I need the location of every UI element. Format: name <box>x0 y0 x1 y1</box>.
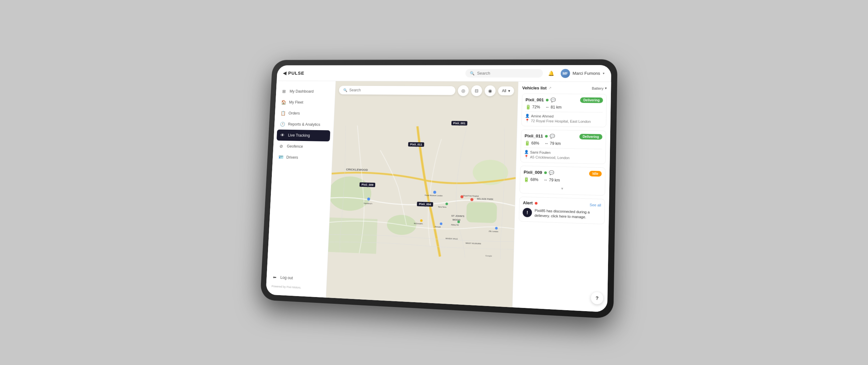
svg-text:ZSL London: ZSL London <box>489 230 498 232</box>
vehicle-pin-001[interactable]: Pixii_001 <box>451 120 467 125</box>
sidebar-item-label: Orders <box>288 111 300 115</box>
drivers-icon: 🪪 <box>278 155 283 160</box>
svg-text:CRICKLEWOOD: CRICKLEWOOD <box>346 168 368 171</box>
svg-text:Terra Terra: Terra Terra <box>438 205 446 208</box>
sidebar-item-reports[interactable]: 🕐 Reports & Analytics <box>274 118 334 130</box>
vehicle-card-header: Pixii_009 💬 Idle <box>524 169 601 176</box>
sidebar-item-live-tracking[interactable]: 👁 Live Tracking <box>276 130 330 141</box>
battery-stat: 🔋 68% <box>524 140 539 146</box>
vehicle-pin-009[interactable]: Pixii_009 <box>360 182 375 187</box>
menu-icon: ⊟ <box>474 88 478 93</box>
location-pin-icon: 📍 <box>524 155 529 159</box>
logout-icon: ⬅ <box>272 274 278 280</box>
alert-dot <box>534 202 537 204</box>
alert-message: Pixii85 has disconnected during a deliev… <box>534 208 601 220</box>
svg-text:McDonald's: McDonald's <box>414 222 423 225</box>
svg-text:ST JOHN'S: ST JOHN'S <box>451 214 464 218</box>
expand-card-button[interactable]: ▾ <box>523 184 601 192</box>
chat-icon[interactable]: 💬 <box>550 97 556 102</box>
main-content: ⊞ My Dashboard 🏠 My Fleet 📋 Orders 🕐 Rep… <box>266 81 611 312</box>
driver-name-icon: 👤 <box>524 150 529 154</box>
chevron-down-icon: ▾ <box>561 186 563 191</box>
map-search-bar[interactable]: 🔍 <box>339 86 455 95</box>
battery-value: 68% <box>530 177 538 182</box>
fleet-icon: 🏠 <box>280 100 286 105</box>
vehicle-card-header: Pixii_001 💬 Delivering <box>525 97 603 103</box>
layers-icon: ◎ <box>461 88 465 93</box>
driver-location-text: A5 Cricklewood, London <box>530 155 569 160</box>
distance-icon: ↔ <box>544 141 549 145</box>
logout-label: Log out <box>280 275 293 280</box>
dashboard-icon: ⊞ <box>281 89 286 93</box>
search-icon: 🔍 <box>469 71 474 75</box>
status-badge: Delivering <box>579 134 602 139</box>
chevron-down-icon: ▾ <box>605 86 607 90</box>
sidebar-item-dashboard[interactable]: ⊞ My Dashboard <box>276 86 335 97</box>
vehicle-pin-004[interactable]: Pixii_004 <box>417 202 433 207</box>
vehicle-name: Pixii_011 <box>524 133 543 138</box>
avatar: MF <box>560 68 570 78</box>
vehicle-pin-011[interactable]: Pixii_011 <box>408 142 424 147</box>
right-panel: Vehicles list ↗ Battery ▾ Pixii_001 <box>512 81 611 312</box>
pin-label: Pixii_004 <box>419 202 431 206</box>
map-layers-button[interactable]: ◎ <box>458 85 469 96</box>
alert-title: Alert <box>523 200 532 205</box>
sidebar-item-label: Drivers <box>286 155 298 160</box>
map-search-input[interactable] <box>349 88 451 93</box>
chat-icon[interactable]: 💬 <box>549 170 554 175</box>
driver-location-row: 📍 72 Royal Free Hospital, East London <box>525 118 602 123</box>
distance-value: 81 km <box>550 105 561 109</box>
filter-label: All <box>502 88 506 93</box>
app-logo-text: PULSE <box>288 70 304 75</box>
battery-stat: 🔋 68% <box>523 176 538 182</box>
alert-item: ! Pixii85 has disconnected during a deli… <box>522 208 601 220</box>
sidebar-item-label: My Fleet <box>289 100 303 105</box>
driver-name-text: Amine Ahmed <box>531 114 554 118</box>
sidebar-item-geofence[interactable]: ⊘ Geofence <box>273 140 333 152</box>
distance-value: 79 km <box>549 177 560 182</box>
distance-stat: ↔ 79 km <box>544 141 561 146</box>
vehicle-stats: 🔋 72% ↔ 81 km <box>525 104 602 110</box>
vehicle-card-v3: Pixii_009 💬 Idle 🔋 68% ↔ 79 <box>519 165 606 195</box>
global-search-input[interactable] <box>477 71 538 76</box>
orders-icon: 📋 <box>280 111 286 115</box>
battery-filter-dropdown[interactable]: Battery ▾ <box>592 86 607 90</box>
map-menu-button[interactable]: ⊟ <box>471 85 482 96</box>
chat-icon[interactable]: 💬 <box>550 134 555 138</box>
vehicle-name: Pixii_009 <box>524 170 542 175</box>
battery-icon: 🔋 <box>524 140 530 145</box>
map-search-icon: 🔍 <box>343 88 347 92</box>
alert-header: Alert See all <box>523 200 601 207</box>
vehicles-list-header: Vehicles list ↗ Battery ▾ <box>522 85 607 90</box>
driver-location-text: 72 Royal Free Hospital, East London <box>530 118 590 123</box>
distance-icon: ↔ <box>543 177 548 182</box>
distance-icon: ↔ <box>545 105 550 109</box>
export-icon[interactable]: ↗ <box>549 86 552 90</box>
vehicle-card-v2: Pixii_011 💬 Delivering 🔋 68% ↔ <box>520 129 606 164</box>
alert-section: Alert See all ! Pixii85 has disconnected… <box>519 196 605 224</box>
svg-rect-5 <box>328 217 377 254</box>
sidebar-item-orders[interactable]: 📋 Orders <box>275 107 334 119</box>
svg-text:MAIDA VALE: MAIDA VALE <box>445 237 458 240</box>
distance-stat: ↔ 79 km <box>543 177 560 182</box>
help-icon: ? <box>595 295 599 301</box>
sidebar-item-fleet[interactable]: 🏠 My Fleet <box>275 96 335 108</box>
vehicle-name-row: Pixii_001 💬 <box>525 97 556 102</box>
sidebar-item-drivers[interactable]: 🪪 Drivers <box>273 151 332 163</box>
live-tracking-icon: 👁 <box>280 132 285 138</box>
vehicle-driver: 👤 Amine Ahmed 📍 72 Royal Free Hospital, … <box>525 111 602 123</box>
battery-filter-label: Battery <box>592 86 603 90</box>
svg-text:Google: Google <box>485 254 492 257</box>
map-settings-button[interactable]: ◉ <box>484 85 495 96</box>
driver-name-icon: 👤 <box>525 113 530 118</box>
pin-label: Pixii_009 <box>361 183 373 187</box>
global-search-bar[interactable]: 🔍 <box>465 69 543 78</box>
map-filter-dropdown[interactable]: All ▾ <box>498 86 514 95</box>
driver-name-row: 👤 Sami Foulen <box>524 150 602 156</box>
notification-bell-icon[interactable]: 🔔 <box>547 68 556 78</box>
see-all-link[interactable]: See all <box>589 202 601 207</box>
user-name: Marci Fumons <box>572 71 600 76</box>
svg-rect-3 <box>466 202 497 223</box>
user-menu[interactable]: MF Marci Fumons ▾ <box>560 68 604 78</box>
svg-text:BELSIZE PARK: BELSIZE PARK <box>477 197 493 200</box>
